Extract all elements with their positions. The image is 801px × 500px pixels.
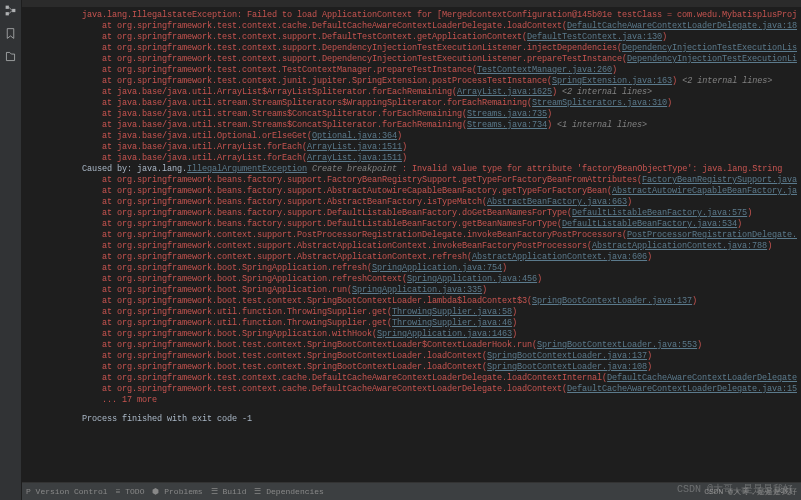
source-link[interactable]: ArrayList.java:1625 (457, 87, 552, 97)
status-tab[interactable]: ≡ TODO (116, 487, 145, 496)
stack-frame: at java.base/java.util.stream.StreamSpli… (82, 98, 797, 109)
exit-code-line: Process finished with exit code -1 (82, 414, 797, 425)
stack-frame: at java.base/java.util.ArrayList$ArrayLi… (82, 87, 797, 98)
source-link[interactable]: ArrayList.java:1511 (307, 142, 402, 152)
stack-frame: at org.springframework.boot.SpringApplic… (82, 274, 797, 285)
stack-frame: at org.springframework.test.context.supp… (82, 32, 797, 43)
source-link[interactable]: Optional.java:364 (312, 131, 397, 141)
stack-frame: at org.springframework.beans.factory.sup… (82, 208, 797, 219)
svg-line-4 (9, 11, 12, 14)
stack-frame: at org.springframework.test.context.juni… (82, 76, 797, 87)
structure-icon[interactable] (4, 4, 17, 17)
status-tab[interactable]: P Version Control (26, 487, 108, 496)
source-link[interactable]: Streams.java:734 (467, 120, 547, 130)
source-link[interactable]: SpringBootContextLoader.java:553 (537, 340, 697, 350)
stack-frame: at java.base/java.util.ArrayList.forEach… (82, 153, 797, 164)
source-link[interactable]: StreamSpliterators.java:310 (532, 98, 667, 108)
stack-frame: at java.base/java.util.stream.Streams$Co… (82, 109, 797, 120)
stack-frame: at org.springframework.test.context.supp… (82, 54, 797, 65)
source-link[interactable]: DefaultCacheAwareContextLoaderDelegate.j… (567, 384, 797, 394)
stack-frame: at org.springframework.beans.factory.sup… (82, 186, 797, 197)
stack-frame: at org.springframework.boot.test.context… (82, 362, 797, 373)
stack-frame: at java.base/java.util.Optional.orElseGe… (82, 131, 797, 142)
stack-frame: at org.springframework.context.support.A… (82, 252, 797, 263)
stack-frame: at org.springframework.test.context.cach… (82, 373, 797, 384)
source-link[interactable]: DefaultListableBeanFactory.java:534 (562, 219, 737, 229)
status-tab[interactable]: ☰ Build (211, 487, 247, 496)
svg-rect-0 (6, 6, 9, 9)
stack-frame: at java.base/java.util.stream.Streams$Co… (82, 120, 797, 131)
stack-frame: at org.springframework.beans.factory.sup… (82, 219, 797, 230)
stack-frame: at org.springframework.util.function.Thr… (82, 307, 797, 318)
source-link[interactable]: DependencyInjectionTestExecutionListener… (627, 54, 797, 64)
source-link[interactable]: SpringApplication.java:1463 (377, 329, 512, 339)
internal-lines-note: <2 internal lines> (682, 76, 772, 86)
internal-lines-note: <2 internal lines> (562, 87, 652, 97)
source-link[interactable]: ThrowingSupplier.java:58 (392, 307, 512, 317)
exception-class-link[interactable]: IllegalArgumentException (187, 164, 307, 174)
source-link[interactable]: ArrayList.java:1511 (307, 153, 402, 163)
stack-frame: at org.springframework.test.context.Test… (82, 65, 797, 76)
status-tab[interactable]: ⬢ Problems (152, 487, 202, 496)
source-link[interactable]: DefaultTestContext.java:130 (527, 32, 662, 42)
console-output[interactable]: java.lang.IllegalstateException: Failed … (22, 8, 801, 482)
source-link[interactable]: SpringBootContextLoader.java:108 (487, 362, 647, 372)
source-link[interactable]: AbstractApplicationContext.java:788 (592, 241, 767, 251)
more-frames: ... 17 more (82, 395, 797, 406)
source-link[interactable]: SpringBootContextLoader.java:137 (487, 351, 647, 361)
exception-header: java.lang.IllegalstateException: Failed … (82, 10, 797, 21)
stack-frame: at org.springframework.beans.factory.sup… (82, 197, 797, 208)
stack-frame: at org.springframework.boot.test.context… (82, 351, 797, 362)
source-link[interactable]: SpringBootContextLoader.java:137 (532, 296, 692, 306)
svg-rect-2 (12, 9, 15, 12)
stack-frame: at org.springframework.boot.SpringApplic… (82, 263, 797, 274)
stack-frame: at org.springframework.context.support.P… (82, 230, 797, 241)
stack-frame: at org.springframework.context.support.A… (82, 241, 797, 252)
stack-frame: at org.springframework.beans.factory.sup… (82, 175, 797, 186)
status-right: CSDN @大哥，是是是我好 (704, 486, 797, 497)
source-link[interactable]: DefaultCacheAwareContextLoaderDelegate.j… (607, 373, 797, 383)
stack-frame: at org.springframework.boot.SpringApplic… (82, 285, 797, 296)
source-link[interactable]: Streams.java:735 (467, 109, 547, 119)
stack-frame: at org.springframework.test.context.cach… (82, 384, 797, 395)
caused-by-line: Caused by: java.lang.IllegalArgumentExce… (82, 164, 797, 175)
internal-lines-note: <1 internal lines> (557, 120, 647, 130)
source-link[interactable]: PostProcessorRegistrationDelegate.java:1… (627, 230, 797, 240)
source-link[interactable]: DefaultCacheAwareContextLoaderDelegate.j… (567, 21, 797, 31)
source-link[interactable]: TestContextManager.java:260 (477, 65, 612, 75)
editor-top-bar (22, 0, 801, 8)
stack-frame: at java.base/java.util.ArrayList.forEach… (82, 142, 797, 153)
source-link[interactable]: SpringExtension.java:163 (552, 76, 672, 86)
build-icon[interactable] (4, 50, 17, 63)
left-tool-strip (0, 0, 22, 500)
stack-frame: at org.springframework.util.function.Thr… (82, 318, 797, 329)
source-link[interactable]: DependencyInjectionTestExecutionListener… (622, 43, 797, 53)
source-link[interactable]: ThrowingSupplier.java:46 (392, 318, 512, 328)
stack-frame: at org.springframework.test.context.supp… (82, 43, 797, 54)
svg-line-3 (9, 7, 12, 10)
source-link[interactable]: SpringApplication.java:754 (372, 263, 502, 273)
source-link[interactable]: AbstractAutowireCapableBeanFactory.java:… (612, 186, 797, 196)
source-link[interactable]: FactoryBeanRegistrySupport.java:86 (642, 175, 797, 185)
source-link[interactable]: AbstractApplicationContext.java:606 (472, 252, 647, 262)
stack-frame: at org.springframework.boot.SpringApplic… (82, 329, 797, 340)
stack-frame: at org.springframework.boot.test.context… (82, 296, 797, 307)
bookmark-icon[interactable] (4, 27, 17, 40)
create-breakpoint[interactable]: Create breakpoint (307, 164, 402, 174)
status-tab[interactable]: ☰ Dependencies (254, 487, 323, 496)
source-link[interactable]: DefaultListableBeanFactory.java:575 (572, 208, 747, 218)
stack-frame: at org.springframework.boot.test.context… (82, 340, 797, 351)
source-link[interactable]: SpringApplication.java:335 (352, 285, 482, 295)
stack-frame: at org.springframework.test.context.cach… (82, 21, 797, 32)
source-link[interactable]: SpringApplication.java:456 (407, 274, 537, 284)
svg-rect-1 (6, 12, 9, 15)
status-bar: P Version Control≡ TODO⬢ Problems☰ Build… (22, 482, 801, 500)
source-link[interactable]: AbstractBeanFactory.java:663 (487, 197, 627, 207)
